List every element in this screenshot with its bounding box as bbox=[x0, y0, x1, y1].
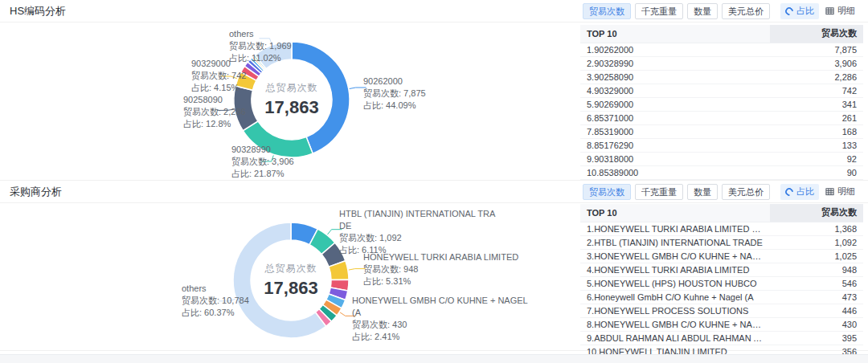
slice-label-90262000: 90262000 贸易次数: 7,875 占比: 44.09% bbox=[363, 75, 426, 112]
table-row[interactable]: 8.85176290133 bbox=[580, 138, 863, 152]
buyer-panel-body: 总贸易次数 17,863 HTBL (TIANJIN) INTERNATIONA… bbox=[0, 203, 868, 351]
table-row[interactable]: 7.HONEYWELL PROCESS SOLUTIONS446 bbox=[580, 304, 863, 317]
trade-count-header: 贸易次数 bbox=[770, 204, 863, 222]
table-row[interactable]: 5.HONEYWELL (HPS) HOUSTON HUBCO546 bbox=[580, 276, 863, 290]
analytics-dashboard: HS编码分析 贸易次数 千克重量 数量 美元总价 占比 bbox=[0, 0, 868, 363]
metric-usd-total-button[interactable]: 美元总价 bbox=[722, 3, 770, 19]
buyer-top10-table: TOP 10 贸易次数 1.HONEYWELL TURKI ARABIA LIM… bbox=[580, 204, 863, 359]
table-row[interactable]: 2.HTBL (TIANJIN) INTERNATIONAL TRADE1,09… bbox=[580, 235, 863, 249]
hs-top10-table: TOP 10 贸易次数 1.902620007,875 2.903289903,… bbox=[580, 25, 863, 180]
view-proportion-label: 占比 bbox=[796, 5, 814, 17]
slice-label-90328990: 90328990 贸易次数: 3,906 占比: 21.87% bbox=[231, 144, 294, 180]
metric-quantity-button[interactable]: 数量 bbox=[687, 3, 718, 19]
table-row[interactable]: 9.9031800092 bbox=[580, 152, 863, 165]
metric-quantity-button[interactable]: 数量 bbox=[687, 184, 718, 200]
table-row[interactable]: 9.ABDUL RAHMAN ALI ABDUL RAHMAN AL-TU395 bbox=[580, 331, 863, 345]
slice-label-others: others 贸易次数: 10,784 占比: 60.37% bbox=[182, 283, 249, 319]
slice-label-90329000: 90329000 贸易次数: 742 占比: 4.15% bbox=[191, 58, 246, 94]
hs-panel-header: HS编码分析 贸易次数 千克重量 数量 美元总价 占比 bbox=[0, 0, 868, 22]
slice-label-htbl-tianjin: HTBL (TIANJIN) INTERNATIONAL TRA DE 贸易次数… bbox=[339, 208, 495, 256]
view-detail-button[interactable]: 明细 bbox=[821, 3, 860, 19]
table-row[interactable]: 3.902580902,286 bbox=[580, 70, 863, 84]
metric-kg-weight-button[interactable]: 千克重量 bbox=[635, 184, 683, 200]
view-proportion-button[interactable]: 占比 bbox=[780, 184, 819, 200]
metric-usd-total-button[interactable]: 美元总价 bbox=[722, 184, 770, 200]
view-detail-button[interactable]: 明细 bbox=[821, 184, 860, 200]
section-hs-code-analysis: HS编码分析 贸易次数 千克重量 数量 美元总价 占比 bbox=[0, 0, 868, 181]
table-row[interactable]: 5.90269000341 bbox=[580, 97, 863, 111]
metric-trade-count-button[interactable]: 贸易次数 bbox=[583, 184, 631, 200]
top10-header: TOP 10 bbox=[580, 204, 770, 222]
pie-icon bbox=[784, 186, 795, 197]
top10-header: TOP 10 bbox=[580, 25, 770, 43]
view-detail-label: 明细 bbox=[837, 186, 855, 198]
view-toggle-group: 占比 明细 bbox=[780, 184, 860, 200]
table-row[interactable]: 6.Honeywell GmbH C/O Kuhne + Nagel (A473 bbox=[580, 290, 863, 304]
table-row[interactable]: 6.85371000261 bbox=[580, 111, 863, 124]
next-panel-edge bbox=[0, 354, 868, 363]
table-row[interactable]: 10.8538900090 bbox=[580, 165, 863, 179]
table-row[interactable]: 4.90329000742 bbox=[580, 84, 863, 97]
grid-icon bbox=[825, 6, 834, 15]
donut-slice[interactable] bbox=[292, 42, 350, 153]
table-row[interactable]: 1.902620007,875 bbox=[580, 43, 863, 56]
metric-kg-weight-button[interactable]: 千克重量 bbox=[635, 3, 683, 19]
page-title: HS编码分析 bbox=[10, 4, 66, 18]
pie-icon bbox=[784, 5, 795, 16]
table-row[interactable]: 8.HONEYWELL GMBH C/O KUHNE + NAGEL (A430 bbox=[580, 317, 863, 331]
table-row[interactable]: 1.HONEYWELL TURKI ARABIA LIMITED SAUD1,3… bbox=[580, 222, 863, 235]
table-row[interactable]: 7.85319000168 bbox=[580, 124, 863, 138]
trade-count-header: 贸易次数 bbox=[770, 25, 863, 43]
slice-label-honeywell-turki: HONEYWELL TURKI ARABIA LIMITED 贸易次数: 948… bbox=[363, 251, 518, 288]
hs-panel-body: 总贸易次数 17,863 others 贸易次数: 1,969 占比: 11.0… bbox=[0, 22, 868, 181]
slice-label-honeywell-gmbh: HONEYWELL GMBH C/O KUHNE + NAGEL (A 贸易次数… bbox=[352, 295, 528, 343]
hs-toolbar: 贸易次数 千克重量 数量 美元总价 占比 明细 bbox=[583, 3, 860, 19]
buyer-panel-header: 采购商分析 贸易次数 千克重量 数量 美元总价 占比 bbox=[0, 181, 868, 203]
table-header-row: TOP 10 贸易次数 bbox=[580, 204, 863, 222]
section-buyer-analysis: 采购商分析 贸易次数 千克重量 数量 美元总价 占比 bbox=[0, 181, 868, 351]
view-proportion-label: 占比 bbox=[796, 186, 814, 198]
buyer-toolbar: 贸易次数 千克重量 数量 美元总价 占比 明细 bbox=[583, 184, 860, 200]
metric-trade-count-button[interactable]: 贸易次数 bbox=[583, 3, 631, 19]
view-toggle-group: 占比 明细 bbox=[780, 3, 860, 19]
table-row[interactable]: 4.HONEYWELL TURKI ARABIA LIMITED948 bbox=[580, 263, 863, 276]
page-title: 采购商分析 bbox=[10, 185, 62, 199]
table-row[interactable]: 2.903289903,906 bbox=[580, 56, 863, 70]
table-header-row: TOP 10 贸易次数 bbox=[580, 25, 863, 43]
view-detail-label: 明细 bbox=[837, 5, 855, 17]
view-proportion-button[interactable]: 占比 bbox=[780, 3, 819, 19]
grid-icon bbox=[825, 187, 834, 196]
slice-label-90258090: 90258090 贸易次数: 2,286 占比: 12.8% bbox=[183, 94, 246, 130]
table-row[interactable]: 3.HONEYWELL GMBH C/O KUHNE + NAGEL1,025 bbox=[580, 249, 863, 263]
